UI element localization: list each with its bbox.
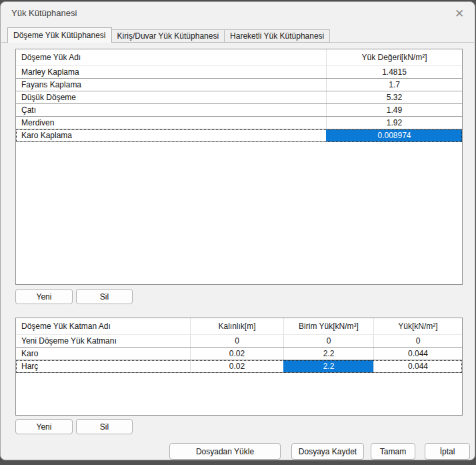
- cell-layer-thickness[interactable]: 0: [190, 335, 283, 347]
- close-icon[interactable]: ✕: [452, 7, 467, 21]
- column-header-yuk-degeri[interactable]: Yük Değeri[kN/m²]: [326, 49, 462, 65]
- floor-load-table: Döşeme Yük Adı Yük Değeri[kN/m²] Marley …: [15, 49, 463, 285]
- cell-load-value-selected[interactable]: 0.008974: [326, 129, 462, 141]
- table-row-selected: Harç 0.02 2.2 0.044: [16, 360, 462, 373]
- cell-layer-thickness[interactable]: 0.02: [190, 360, 283, 372]
- column-header-katman-adi[interactable]: Döşeme Yük Katman Adı: [16, 318, 190, 334]
- cell-layer-thickness[interactable]: 0.02: [190, 348, 283, 360]
- cell-load-value[interactable]: 1.7: [326, 79, 462, 91]
- cell-layer-name[interactable]: Yeni Döşeme Yük Katmanı: [16, 335, 190, 347]
- table-row: Yeni Döşeme Yük Katmanı 0 0 0: [16, 335, 462, 348]
- table-row-selected: Karo Kaplama 0.008974: [16, 129, 462, 142]
- table-row: Fayans Kaplama 1.7: [16, 79, 462, 91]
- delete-layer-button[interactable]: Sil: [76, 419, 133, 434]
- table-row: Karo 0.02 2.2 0.044: [16, 348, 462, 360]
- dialog-title: Yük Kütüphanesi: [11, 8, 77, 18]
- tab-doseme-yuk-kutuphanesi[interactable]: Döşeme Yük Kütüphanesi: [7, 27, 112, 43]
- cell-load-value[interactable]: 1.49: [326, 104, 462, 116]
- load-from-file-button[interactable]: Dosyadan Yükle: [169, 443, 281, 460]
- load-library-dialog: Yük Kütüphanesi ✕ Döşeme Yük Kütüphanesi…: [0, 1, 475, 460]
- cancel-button[interactable]: İptal: [425, 443, 470, 460]
- cell-load-name[interactable]: Karo Kaplama: [16, 129, 326, 141]
- table-row: Merdiven 1.92: [16, 117, 462, 129]
- new-floor-load-button[interactable]: Yeni: [15, 289, 73, 304]
- delete-floor-load-button[interactable]: Sil: [76, 289, 133, 304]
- cell-load-name[interactable]: Düşük Döşeme: [16, 91, 326, 103]
- table-row: Düşük Döşeme 5.32: [16, 91, 462, 104]
- floor-load-table-header: Döşeme Yük Adı Yük Değeri[kN/m²]: [16, 49, 462, 66]
- save-to-file-button[interactable]: Dosyaya Kaydet: [291, 443, 364, 460]
- column-header-birim-yuk[interactable]: Birim Yük[kN/m³]: [283, 318, 373, 334]
- cell-load-value[interactable]: 1.92: [326, 117, 462, 129]
- cell-layer-load[interactable]: 0.044: [373, 348, 462, 360]
- ok-button[interactable]: Tamam: [371, 443, 415, 460]
- cell-layer-unit-load[interactable]: 0: [283, 335, 373, 347]
- layer-table-header: Döşeme Yük Katman Adı Kalınlık[m] Birim …: [16, 318, 462, 335]
- table-row: Çatı 1.49: [16, 104, 462, 117]
- tab-kiris-duvar-yuk-kutuphanesi[interactable]: Kiriş/Duvar Yük Kütüphanesi: [112, 29, 225, 43]
- column-header-kalinlik[interactable]: Kalınlık[m]: [190, 318, 283, 334]
- layer-table: Döşeme Yük Katman Adı Kalınlık[m] Birim …: [15, 318, 463, 416]
- tab-strip: Döşeme Yük Kütüphanesi Kiriş/Duvar Yük K…: [7, 27, 330, 43]
- cell-load-name[interactable]: Marley Kaplama: [16, 66, 326, 78]
- cell-layer-name[interactable]: Karo: [16, 348, 190, 360]
- cell-layer-name[interactable]: Harç: [16, 360, 190, 372]
- tab-hareketli-yuk-kutuphanesi[interactable]: Hareketli Yük Kütüphanesi: [225, 29, 330, 43]
- cell-layer-load[interactable]: 0.044: [373, 360, 462, 372]
- cell-load-name[interactable]: Çatı: [16, 104, 326, 116]
- column-header-doseme-yuk-adi[interactable]: Döşeme Yük Adı: [16, 49, 326, 65]
- cell-load-name[interactable]: Fayans Kaplama: [16, 79, 326, 91]
- table-row: Marley Kaplama 1.4815: [16, 66, 462, 79]
- cell-layer-unit-load[interactable]: 2.2: [283, 348, 373, 360]
- cell-load-name[interactable]: Merdiven: [16, 117, 326, 129]
- new-layer-button[interactable]: Yeni: [15, 419, 73, 434]
- cell-layer-unit-load-selected[interactable]: 2.2: [283, 360, 373, 372]
- cell-load-value[interactable]: 5.32: [326, 91, 462, 103]
- cell-layer-load[interactable]: 0: [373, 335, 462, 347]
- cell-load-value[interactable]: 1.4815: [326, 66, 462, 78]
- column-header-yuk[interactable]: Yük[kN/m²]: [373, 318, 462, 334]
